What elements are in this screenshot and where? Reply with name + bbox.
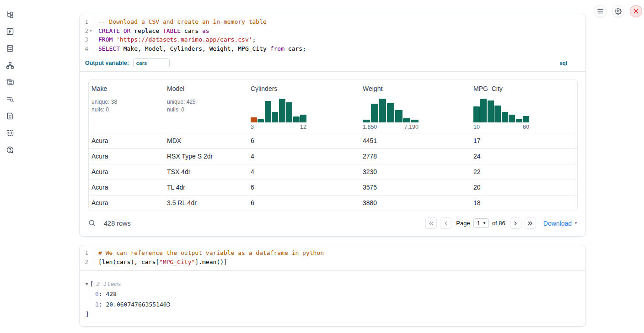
dependency-graph-icon[interactable] [6,61,14,69]
histogram-range-labels: 1060 [473,124,529,130]
code-token-str: 'https://datasets.marimo.app/cars.csv' [116,36,252,43]
table-header-row: Makeunique: 38nulls: 0Modelunique: 425nu… [89,79,577,133]
code-text: -- Download a CSV and create an in-memor… [95,17,267,26]
table-cell: 3575 [360,180,471,195]
tree-item-separator: : [99,301,106,308]
line-number: 3 [82,35,88,44]
first-page-button[interactable] [425,217,437,229]
variables-icon[interactable] [6,27,14,36]
code-token-kw: CREATE [98,27,120,34]
table-cell: 4 [248,164,360,180]
output-variable-input[interactable] [133,58,170,67]
datasources-icon[interactable] [6,44,14,53]
histogram-bar [265,101,271,122]
tree-item: 0: 428 [95,289,578,300]
output-variable-label: Output variable: [85,60,129,66]
line-number: 2 [82,258,88,267]
histogram-bar [523,116,529,122]
code-token-plain: replace [130,27,162,34]
column-header-cylinders[interactable]: Cylinders312 [248,79,360,133]
column-histogram[interactable] [363,99,419,122]
table-cell: 4 [248,149,360,164]
line-number-gutter: 3▼ [80,35,95,44]
tree-open-bracket: [ [90,279,93,289]
code-token-kw: OR [123,27,131,34]
next-page-button[interactable] [510,217,521,229]
snippets-icon[interactable] [6,129,14,137]
histogram-bar [411,120,419,122]
histogram-bar [473,106,480,122]
table-row[interactable]: AcuraTSX 4dr4323022 [89,164,577,180]
documentation-icon[interactable] [6,112,14,120]
settings-button[interactable] [612,5,624,17]
column-stat: nulls: 0 [167,106,244,114]
python-output-tree: ▼ [ 2 Items 0: 4281: 20.060747663551403 … [80,271,585,326]
help-icon[interactable] [6,146,14,154]
table-cell: 3230 [360,164,471,180]
histogram-bar [251,117,257,122]
table-cell: 3880 [360,196,471,211]
histogram-bar [516,119,522,122]
menu-button[interactable] [594,5,606,17]
table-cell: RSX Type S 2dr [164,149,248,164]
column-histogram[interactable] [473,99,529,122]
language-badge[interactable]: sql [559,60,567,66]
table-cell: TL 4dr [164,180,248,195]
histogram-range-labels: 1,8507,190 [363,124,419,130]
tree-collapse-icon[interactable]: ▼ [86,279,88,289]
table-cell: 20 [471,180,577,195]
code-token-kw: FROM [98,36,113,43]
tree-item-separator: : [99,291,106,297]
code-token-plain: ; [252,36,256,43]
line-number-gutter: 2▼ [80,26,95,36]
line-number-gutter: 2▼ [80,258,95,267]
table-cell: 24 [471,149,577,164]
scratchpad-icon[interactable] [6,78,14,86]
python-code-editor[interactable]: 1▼# We can reference the output variable… [80,245,585,270]
last-page-button[interactable] [525,217,536,229]
tree-root-row: ▼ [ 2 Items [86,279,578,289]
column-histogram[interactable] [251,99,306,122]
fold-chevron-icon[interactable]: ▼ [88,26,93,36]
column-name: Weight [363,85,467,92]
data-table: Makeunique: 38nulls: 0Modelunique: 425nu… [88,79,578,211]
histogram-bar [258,119,264,122]
column-header-make[interactable]: Makeunique: 38nulls: 0 [89,79,164,133]
code-token-kw: as [202,27,209,34]
column-header-model[interactable]: Modelunique: 425nulls: 0 [164,79,248,133]
column-stats: unique: 425nulls: 0 [167,98,244,113]
table-row[interactable]: AcuraRSX Type S 2dr4277824 [89,148,577,164]
column-name: MPG_City [473,85,574,92]
page-total-label: of 86 [492,220,505,227]
logs-icon[interactable] [6,95,14,103]
sql-code-editor[interactable]: 1▼-- Download a CSV and create an in-mem… [80,14,585,57]
file-explorer-icon[interactable] [6,11,14,19]
column-name: Make [91,85,161,92]
column-header-weight[interactable]: Weight1,8507,190 [360,79,471,133]
table-row[interactable]: AcuraMDX6445117 [89,133,577,148]
page-select[interactable]: 1 ▼ [473,218,489,228]
tree-item-value: 20.060747663551403 [106,301,170,308]
code-token-comment: -- Download a CSV and create an in-memor… [98,18,267,25]
line-number-gutter: 1▼ [80,17,95,26]
histogram-min-label: 1,850 [363,124,377,130]
histogram-bar [286,102,292,122]
code-token-str: "MPG_City" [159,259,195,265]
column-stat: unique: 38 [91,98,161,106]
line-number: 2 [82,26,88,36]
histogram-max-label: 7,190 [404,124,419,130]
shutdown-button[interactable] [630,5,642,17]
tree-items-count: 2 Items [96,279,121,289]
table-row[interactable]: AcuraTL 4dr6357520 [89,180,577,195]
code-token-kw: TABLE [163,27,181,34]
code-token-plain: [len(cars), cars[ [98,259,159,265]
code-token-plain: Make, Model, Cylinders, Weight, MPG_City [120,45,270,52]
row-count: 428 rows [104,220,131,227]
search-icon[interactable] [88,219,96,227]
download-button[interactable]: Download ▼ [543,220,578,227]
column-header-mpg_city[interactable]: MPG_City1060 [471,79,577,133]
histogram-bar [403,118,410,122]
previous-page-button[interactable] [440,217,451,229]
table-cell: Acura [89,133,164,148]
table-row[interactable]: Acura3.5 RL 4dr6388018 [89,195,577,211]
